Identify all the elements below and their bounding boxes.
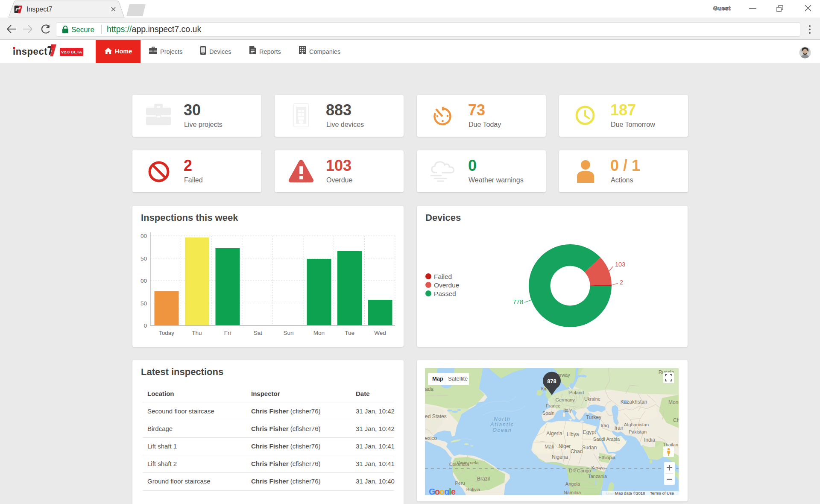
svg-text:Map: Map [432,375,443,382]
svg-text:Saudi Arabia: Saudi Arabia [593,437,620,442]
svg-text:Wed: Wed [374,330,386,336]
svg-text:Satellite: Satellite [448,375,468,382]
svg-text:Namibia: Namibia [564,490,581,495]
svg-text:50: 50 [141,300,147,307]
svg-text:Kenya: Kenya [591,465,605,470]
svg-text:Poland: Poland [569,390,584,395]
svg-text:103: 103 [615,261,625,268]
svg-text:ed States: ed States [425,413,447,419]
svg-text:Mong: Mong [668,399,679,405]
svg-text:Niger: Niger [559,443,571,449]
svg-text:Overdue: Overdue [434,281,459,289]
svg-text:e: e [451,487,456,495]
svg-text:Ethiopia: Ethiopia [598,455,616,460]
svg-text:Thu: Thu [192,330,202,336]
svg-text:France: France [546,403,560,408]
svg-text:Peru: Peru [455,481,465,486]
svg-text:Passed: Passed [434,290,456,297]
svg-text:exico: exico [425,435,437,441]
svg-text:India: India [644,437,655,443]
svg-text:Colombia: Colombia [449,462,469,467]
svg-text:Map data ©2018: Map data ©2018 [615,491,645,495]
svg-text:Italy: Italy [563,407,572,413]
svg-text:Iran: Iran [615,425,624,431]
svg-text:Algeria: Algeria [546,431,562,437]
svg-text:Sudan: Sudan [582,445,597,451]
svg-text:Brazil: Brazil [477,476,490,482]
svg-text:ada: ada [425,386,433,392]
svg-text:50: 50 [141,255,147,262]
svg-text:Today: Today [159,330,174,336]
svg-text:0: 0 [144,322,147,329]
svg-text:Failed: Failed [434,273,452,280]
svg-text:Fri: Fri [224,330,231,336]
svg-text:Spain: Spain [542,410,554,416]
svg-text:Tue: Tue [345,330,354,336]
svg-text:778: 778 [513,299,523,305]
svg-text:Nigeria: Nigeria [552,454,568,460]
svg-text:Mali: Mali [545,444,554,450]
svg-text:DR Congo: DR Congo [569,468,591,473]
svg-text:Egypt: Egypt [583,429,596,435]
svg-text:Chi: Chi [673,417,679,423]
svg-text:Pakistan: Pakistan [629,429,647,434]
svg-text:Terms of Use: Terms of Use [650,491,674,495]
svg-text:Kazakhstan: Kazakhstan [621,399,647,405]
svg-text:00: 00 [141,233,147,239]
svg-text:Sun: Sun [284,330,294,336]
svg-text:Germany: Germany [555,397,575,402]
svg-text:Chad: Chad [571,448,583,454]
svg-text:Sat: Sat [254,330,263,336]
svg-text:Atlantic: Atlantic [490,422,514,428]
svg-text:Turkey: Turkey [586,414,601,420]
svg-text:Iraq: Iraq [601,423,609,428]
svg-text:Tanzania: Tanzania [588,474,607,479]
svg-text:Mon: Mon [313,330,325,336]
svg-text:00: 00 [141,278,147,284]
svg-text:Bolivia: Bolivia [466,487,480,492]
svg-text:Libya: Libya [567,431,579,437]
svg-text:Ocean: Ocean [492,427,512,433]
svg-text:Angola: Angola [565,481,580,486]
svg-text:Afghanistan: Afghanistan [624,422,649,427]
svg-text:2: 2 [620,279,623,286]
svg-text:Ukraine: Ukraine [584,396,600,401]
svg-text:North: North [494,416,510,422]
svg-text:878: 878 [547,378,556,384]
